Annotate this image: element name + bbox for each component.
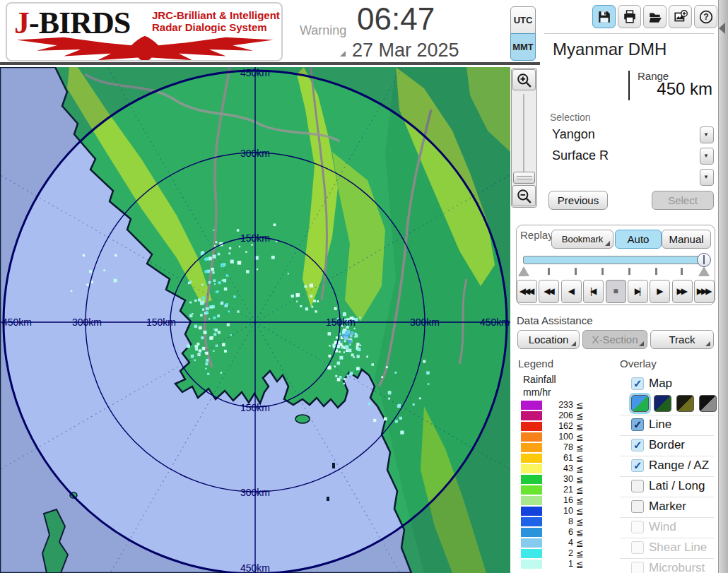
- overlay-item-border[interactable]: Border: [620, 435, 714, 455]
- slider-start-marker[interactable]: [518, 266, 529, 276]
- extra-dropdown[interactable]: [550, 168, 714, 187]
- overlay-item-lati-long[interactable]: Lati / Long: [620, 476, 714, 496]
- site-dropdown-arrow[interactable]: [700, 126, 714, 143]
- legend-value: 43: [544, 463, 573, 473]
- legend-row: 8≦: [521, 516, 592, 527]
- zoom-in-button[interactable]: [512, 69, 536, 90]
- svg-text:300km: 300km: [410, 317, 440, 328]
- map-style-swatch-2[interactable]: [676, 395, 694, 412]
- transport-button-1[interactable]: ◀◀: [539, 280, 559, 303]
- collapse-panel-arrow[interactable]: [719, 23, 725, 34]
- radar-map[interactable]: 450km 300km 150km 150km 300km 450km 450k…: [0, 67, 510, 573]
- leq-symbol: ≦: [576, 474, 583, 485]
- zoom-out-button[interactable]: [512, 185, 536, 206]
- legend-row: 206≦: [521, 410, 592, 421]
- replay-label: Replay: [520, 229, 553, 241]
- legend-title: Legend: [518, 358, 553, 370]
- add-image-button[interactable]: [669, 5, 692, 28]
- map-style-swatch-1[interactable]: [654, 395, 671, 412]
- legend-swatch: [521, 401, 542, 410]
- save-icon: [597, 10, 611, 24]
- overlay-item-microburst: Microburst: [620, 558, 714, 573]
- legend-swatch: [521, 538, 542, 548]
- overlay-item-line[interactable]: Line: [620, 415, 714, 435]
- range-az-checkbox[interactable]: [631, 459, 644, 472]
- legend-unit-rainfall: Rainfall: [523, 374, 556, 385]
- open-file-button[interactable]: [643, 5, 667, 28]
- slider-end-marker[interactable]: [698, 266, 710, 276]
- transport-button-3[interactable]: |◀: [583, 280, 604, 303]
- svg-text:450km: 450km: [480, 317, 510, 328]
- utc-button[interactable]: UTC: [510, 6, 536, 34]
- legend-value: 21: [544, 485, 573, 495]
- product-dropdown-value: Surface R: [552, 148, 609, 163]
- legend-value: 6: [544, 527, 573, 537]
- legend-swatch: [521, 549, 542, 558]
- zoom-slider-thumb[interactable]: [513, 172, 535, 184]
- mmt-button[interactable]: MMT: [510, 33, 536, 61]
- bookmark-button[interactable]: Bookmark: [551, 230, 613, 249]
- legend-swatch: [521, 528, 542, 537]
- manual-button[interactable]: Manual: [662, 230, 711, 249]
- eagle-icon: [10, 33, 280, 61]
- previous-button[interactable]: Previous: [548, 191, 608, 210]
- legend-value: 16: [544, 495, 573, 505]
- legend-value: 61: [544, 453, 573, 463]
- svg-text:450km: 450km: [240, 562, 270, 573]
- panel-splitter[interactable]: [718, 0, 728, 573]
- save-button[interactable]: [592, 5, 616, 28]
- print-button[interactable]: [618, 5, 641, 28]
- border-checkbox[interactable]: [631, 439, 644, 451]
- xsection-button[interactable]: X-Section: [582, 330, 647, 349]
- leq-symbol: ≦: [576, 548, 583, 559]
- select-button[interactable]: Select: [652, 191, 714, 210]
- warning-button[interactable]: Warning: [300, 23, 346, 38]
- replay-slider-thumb[interactable]: [697, 253, 711, 267]
- extra-dropdown-arrow[interactable]: [700, 169, 714, 186]
- overlay-item-shear-line: Shear Line: [620, 538, 714, 557]
- transport-button-4[interactable]: ■: [606, 280, 626, 303]
- slider-tick: [548, 268, 550, 275]
- wind-checkbox: [631, 521, 644, 533]
- overlay-title: Overlay: [620, 358, 657, 370]
- product-dropdown-arrow[interactable]: [700, 148, 714, 165]
- svg-text:300km: 300km: [240, 148, 270, 159]
- zoom-slider-track[interactable]: [523, 94, 524, 182]
- leq-symbol: ≦: [576, 495, 583, 506]
- legend-value: 78: [544, 442, 573, 452]
- map-style-swatch-3[interactable]: [699, 395, 717, 412]
- legend-value: 8: [544, 516, 573, 526]
- legend-row: 16≦: [521, 495, 592, 506]
- image-plus-icon: [674, 10, 688, 24]
- track-button[interactable]: Track: [650, 330, 714, 349]
- replay-slider-track[interactable]: [523, 256, 708, 264]
- transport-button-2[interactable]: ◀: [561, 280, 582, 303]
- transport-button-7[interactable]: ▶▶: [672, 280, 693, 303]
- warning-dropdown-triangle: [340, 51, 346, 57]
- overlay-item-map[interactable]: Map: [620, 374, 714, 394]
- transport-button-6[interactable]: ▶: [650, 280, 670, 303]
- svg-text:150km: 150km: [240, 232, 270, 244]
- auto-button[interactable]: Auto: [615, 230, 662, 249]
- help-button[interactable]: ?: [694, 5, 717, 28]
- map-style-swatch-0[interactable]: [631, 395, 649, 412]
- range-value: 450 km: [599, 79, 712, 99]
- slider-tick: [575, 268, 577, 275]
- site-dropdown[interactable]: Yangon: [550, 126, 714, 145]
- transport-button-8[interactable]: ▶▶▶: [694, 280, 715, 303]
- overlay-item-range-az[interactable]: Range / AZ: [620, 456, 714, 475]
- line-checkbox[interactable]: [631, 418, 644, 431]
- product-dropdown[interactable]: Surface R: [550, 147, 714, 166]
- marker-checkbox[interactable]: [631, 500, 644, 513]
- transport-button-0[interactable]: ◀◀◀: [517, 280, 537, 303]
- legend-row: 1≦: [521, 559, 592, 569]
- transport-button-5[interactable]: ▶|: [628, 280, 648, 303]
- lati-long-checkbox[interactable]: [631, 480, 644, 492]
- overlay-item-marker[interactable]: Marker: [620, 497, 714, 516]
- location-corner-triangle: [571, 341, 576, 346]
- leq-symbol: ≦: [576, 442, 583, 453]
- leq-symbol: ≦: [576, 559, 583, 569]
- map-checkbox[interactable]: [631, 377, 644, 390]
- location-button[interactable]: Location: [517, 330, 580, 349]
- bookmark-corner-triangle: [605, 241, 610, 246]
